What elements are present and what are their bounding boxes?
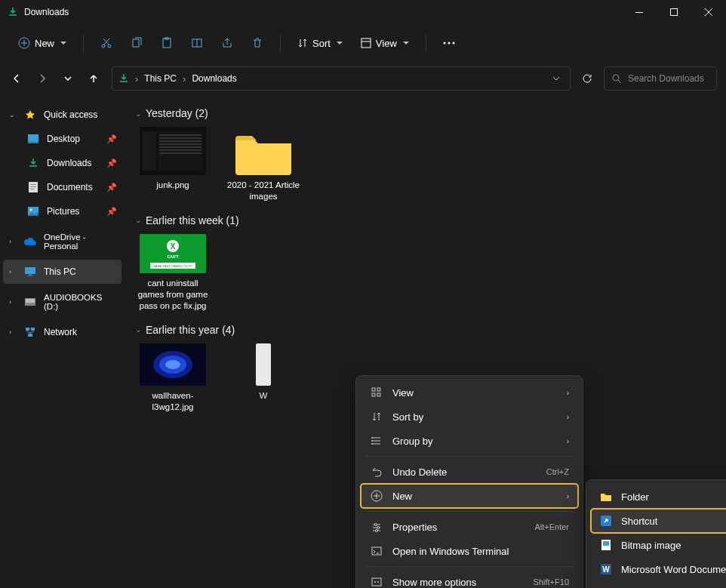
cm-view[interactable]: View › [361,380,578,405]
cut-button[interactable] [93,29,120,57]
chevron-right-icon: › [9,268,17,276]
star-icon [24,109,36,121]
pictures-icon [27,205,39,217]
svg-rect-0 [635,12,643,13]
section-yesterday[interactable]: ⌄ Yesterday (2) [135,107,715,119]
close-button[interactable] [691,0,726,24]
sort-button[interactable]: Sort [290,29,350,57]
pin-icon: 📌 [106,207,117,217]
svg-rect-35 [159,140,201,142]
up-button[interactable] [86,71,101,86]
svg-point-21 [30,209,32,211]
breadcrumb-item[interactable]: This PC [141,72,180,85]
cm-sort-by[interactable]: Sort by › [361,405,578,429]
breadcrumb: › This PC › Downloads [135,72,543,85]
paste-button[interactable] [153,29,180,57]
sidebar-item-pictures[interactable]: Pictures 📌 [0,199,125,223]
breadcrumb-item[interactable]: Downloads [189,72,239,85]
cm-new-word[interactable]: W Microsoft Word Document [591,557,726,581]
svg-rect-36 [159,143,201,145]
pin-icon: 📌 [106,183,117,192]
cm-undo-delete[interactable]: Undo Delete Ctrl+Z [361,460,578,484]
cm-new-bitmap[interactable]: Bitmap image [591,533,726,557]
pc-icon [24,266,36,278]
cm-new-winrar[interactable]: WinRAR archive [591,581,726,588]
section-earlier-year[interactable]: ⌄ Earlier this year (4) [135,324,715,336]
sidebar-item-documents[interactable]: Documents 📌 [0,175,125,199]
chevron-down-icon: ⌄ [9,111,17,119]
copy-button[interactable] [123,29,150,57]
maximize-button[interactable] [657,0,691,24]
cm-properties[interactable]: Properties Alt+Enter [361,515,578,539]
more-icon [370,577,383,587]
svg-rect-51 [377,388,380,391]
pin-icon: 📌 [106,134,117,144]
svg-point-54 [371,437,373,439]
grid-icon [370,387,383,398]
chevron-down-icon: ⌄ [135,109,141,118]
section-earlier-week[interactable]: ⌄ Earlier this week (1) [135,214,715,226]
sort-icon [370,411,383,422]
new-button[interactable]: New [11,29,74,57]
downloads-icon [8,7,18,17]
svg-rect-19 [30,189,35,189]
cm-new-shortcut[interactable]: Shortcut [591,509,726,533]
cm-show-more[interactable]: Show more options Shift+F10 [361,570,578,588]
more-button[interactable] [435,29,463,57]
svg-rect-14 [28,134,38,142]
recent-button[interactable] [60,71,75,86]
svg-rect-28 [31,328,35,331]
cm-new-folder[interactable]: Folder [591,485,726,509]
file-item[interactable]: junk.png [135,127,211,202]
cm-open-terminal[interactable]: Open in Windows Terminal [361,539,578,563]
svg-point-3 [102,45,105,48]
sidebar-item-this-pc[interactable]: › This PC [3,260,122,284]
svg-point-55 [371,440,373,442]
svg-point-56 [371,443,373,445]
addressbar[interactable]: › This PC › Downloads [112,66,571,91]
forward-button[interactable] [35,71,50,86]
file-item[interactable]: wallhaven-l3wg12.jpg [135,343,211,413]
chevron-down-icon[interactable] [549,71,564,86]
pin-icon: 📌 [106,159,117,168]
sidebar-item-network[interactable]: › Network [0,320,125,344]
sidebar-item-quick-access[interactable]: ⌄ Quick access [0,103,125,127]
content-area[interactable]: ⌄ Yesterday (2) junk.png 2020 - 2021 Art… [125,95,726,588]
svg-point-64 [377,581,379,583]
sidebar-item-onedrive[interactable]: › OneDrive - Personal [0,229,125,254]
svg-point-60 [376,530,378,532]
refresh-button[interactable] [577,73,598,84]
svg-rect-24 [27,276,33,276]
folder-item[interactable]: 2020 - 2021 Article images [226,127,301,202]
undo-icon [370,466,383,477]
properties-icon [370,522,383,532]
minimize-button[interactable] [622,0,657,24]
chevron-right-icon: › [567,437,569,445]
share-button[interactable] [214,29,241,57]
sidebar-item-audiobooks[interactable]: › AUDIOBOOKS (D:) [0,290,125,314]
rename-button[interactable] [183,29,211,57]
svg-rect-9 [361,38,371,48]
folder-icon [231,127,296,175]
downloads-icon [27,157,39,169]
cm-group-by[interactable]: Group by › [361,429,578,453]
sidebar-item-downloads[interactable]: Downloads 📌 [0,151,125,175]
drive-icon [24,296,36,308]
network-icon [24,326,36,338]
svg-rect-22 [25,267,35,274]
chevron-down-icon [403,42,409,45]
svg-rect-6 [163,38,171,48]
delete-button[interactable] [244,29,271,57]
view-button[interactable]: View [353,29,417,57]
back-button[interactable] [9,71,24,86]
file-item[interactable]: XCAN'TGAME PASS GAMES ON PC cant uninsta… [135,234,211,312]
sidebar-item-desktop[interactable]: Desktop 📌 [0,127,125,151]
cm-new[interactable]: New › [361,484,578,508]
shortcut-icon [600,515,612,527]
search-icon [612,74,622,84]
search-input[interactable]: Search Downloads [604,66,717,91]
svg-point-13 [613,75,619,81]
svg-point-63 [374,581,376,583]
file-item[interactable]: W [226,343,301,413]
svg-rect-39 [159,152,201,154]
